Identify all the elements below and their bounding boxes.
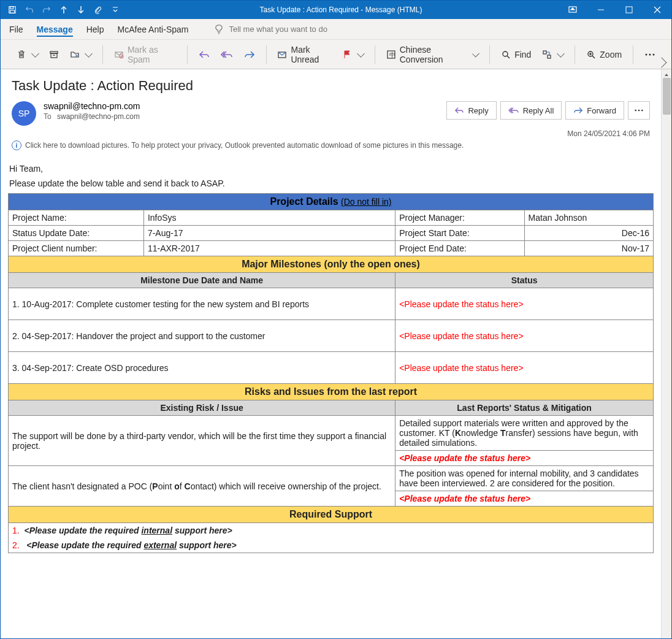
svg-rect-20 <box>548 55 551 58</box>
risks-columns: Existing Risk / Issue Last Reports' Stat… <box>9 400 654 416</box>
reply-all-icon <box>221 50 233 59</box>
ribbon-display-icon[interactable] <box>559 1 587 19</box>
undo-icon[interactable] <box>21 2 37 18</box>
table-row: The client hasn't designated a POC (Poin… <box>9 466 654 491</box>
outlook-message-window: Task Update : Action Required - Message … <box>0 0 672 639</box>
move-button[interactable] <box>66 45 95 64</box>
more-actions-button[interactable] <box>628 101 650 120</box>
tab-file[interactable]: File <box>9 22 23 37</box>
to-address: swapnil@techno-pm.com <box>57 112 140 121</box>
project-table: Project Details (Do not fill in) Project… <box>8 193 654 553</box>
quick-access-toolbar <box>1 2 123 18</box>
svg-point-17 <box>503 52 508 56</box>
vertical-scrollbar[interactable] <box>661 69 671 638</box>
archive-icon <box>49 50 59 59</box>
next-icon[interactable] <box>73 2 89 18</box>
mark-unread-button[interactable]: Mark Unread <box>273 45 334 64</box>
delete-button[interactable] <box>13 45 42 64</box>
milestones-header: Major Milestones (only the open ones) <box>9 256 654 273</box>
save-icon[interactable] <box>4 2 20 18</box>
svg-point-27 <box>653 53 655 55</box>
previous-icon[interactable] <box>56 2 72 18</box>
tab-message[interactable]: Message <box>37 22 73 37</box>
svg-point-30 <box>641 110 643 112</box>
reply-icon <box>454 106 464 115</box>
zoom-icon <box>586 50 596 59</box>
mark-spam-label: Mark as Spam <box>128 45 176 64</box>
svg-line-22 <box>592 56 595 58</box>
svg-point-26 <box>649 53 651 55</box>
archive-button[interactable] <box>45 45 63 64</box>
reply-button[interactable]: Reply <box>446 101 496 120</box>
info-bar-text: Click here to download pictures. To help… <box>25 141 464 150</box>
close-button[interactable] <box>643 1 671 19</box>
table-row: 3. 04-Sep-2017: Create OSD procedures <P… <box>9 352 654 384</box>
forward-icon <box>244 50 255 59</box>
svg-text:中: 中 <box>389 52 395 58</box>
milestones-columns: Milestone Due Date and Name Status <box>9 273 654 288</box>
risks-header: Risks and Issues from the last report <box>9 384 654 400</box>
more-commands-button[interactable] <box>641 45 659 64</box>
info-icon: i <box>12 140 21 150</box>
svg-rect-2 <box>10 10 15 13</box>
table-row: 2. 04-Sep-2017: Handover the project and… <box>9 320 654 352</box>
spam-icon <box>114 50 124 59</box>
related-button[interactable] <box>538 45 567 64</box>
to-label: To <box>44 112 52 121</box>
chinese-conversion-button[interactable]: 中 Chinese Conversion <box>383 45 483 64</box>
svg-point-28 <box>635 110 636 112</box>
download-pictures-bar[interactable]: i Click here to download pictures. To he… <box>12 140 650 150</box>
find-label: Find <box>514 50 531 59</box>
tell-me-search[interactable]: Tell me what you want to do <box>214 25 327 34</box>
titlebar: Task Update : Action Required - Message … <box>1 1 671 19</box>
scrollbar-thumb[interactable] <box>663 78 671 115</box>
table-row: 1. 10-Aug-2017: Complete customer testin… <box>9 288 654 320</box>
table-row: Project Name: InfoSys Project Manager: M… <box>9 210 654 226</box>
svg-line-18 <box>507 56 510 58</box>
reply-icon-button[interactable] <box>195 45 213 64</box>
related-icon <box>542 50 552 59</box>
find-button[interactable]: Find <box>497 45 535 64</box>
translate-icon: 中 <box>386 50 396 59</box>
attach-icon[interactable] <box>90 2 106 18</box>
chinese-conversion-label: Chinese Conversion <box>400 45 467 64</box>
ellipsis-icon <box>634 109 644 112</box>
tell-me-label: Tell me what you want to do <box>229 25 327 34</box>
reply-label: Reply <box>468 106 488 115</box>
svg-rect-1 <box>10 7 13 9</box>
avatar: SP <box>12 101 36 126</box>
flag-button[interactable] <box>338 45 367 64</box>
svg-point-29 <box>638 110 640 112</box>
header-actions: Reply Reply All Forward <box>446 101 650 120</box>
required-support-header: Required Support <box>9 507 654 523</box>
minimize-button[interactable] <box>587 1 615 19</box>
forward-icon <box>573 106 583 115</box>
forward-button[interactable]: Forward <box>565 101 624 120</box>
svg-point-25 <box>646 53 647 55</box>
body-intro: Please update the below table and send i… <box>9 178 652 188</box>
message-main: Task Update : Action Required SP swapnil… <box>1 69 661 638</box>
flag-icon <box>342 50 352 59</box>
reply-all-icon-button[interactable] <box>217 45 237 64</box>
qat-dropdown-icon[interactable] <box>107 2 123 18</box>
reply-all-button[interactable]: Reply All <box>500 101 562 120</box>
message-body: Hi Team, Please update the below table a… <box>1 155 661 638</box>
tab-help[interactable]: Help <box>86 22 104 37</box>
tab-mcafee[interactable]: McAfee Anti-Spam <box>118 22 189 37</box>
table-row: 1. <Please update the required internal … <box>9 523 654 538</box>
ellipsis-icon <box>644 53 655 56</box>
scroll-up-icon[interactable] <box>663 72 670 78</box>
zoom-button[interactable]: Zoom <box>582 45 625 64</box>
mark-spam-button[interactable]: Mark as Spam <box>110 45 180 64</box>
from-address: swapnil@techno-pm.com <box>44 101 446 111</box>
window-title: Task Update : Action Required - Message … <box>123 6 559 14</box>
forward-icon-button[interactable] <box>240 45 259 64</box>
maximize-button[interactable] <box>615 1 643 19</box>
table-row: Project Client number: 11-AXR-2017 Proje… <box>9 241 654 256</box>
redo-icon[interactable] <box>39 2 55 18</box>
body-greeting: Hi Team, <box>9 164 652 174</box>
menu-tabs: File Message Help McAfee Anti-Spam Tell … <box>1 19 671 40</box>
reply-icon <box>199 50 210 59</box>
lightbulb-icon <box>214 25 224 34</box>
folder-move-icon <box>70 50 80 59</box>
